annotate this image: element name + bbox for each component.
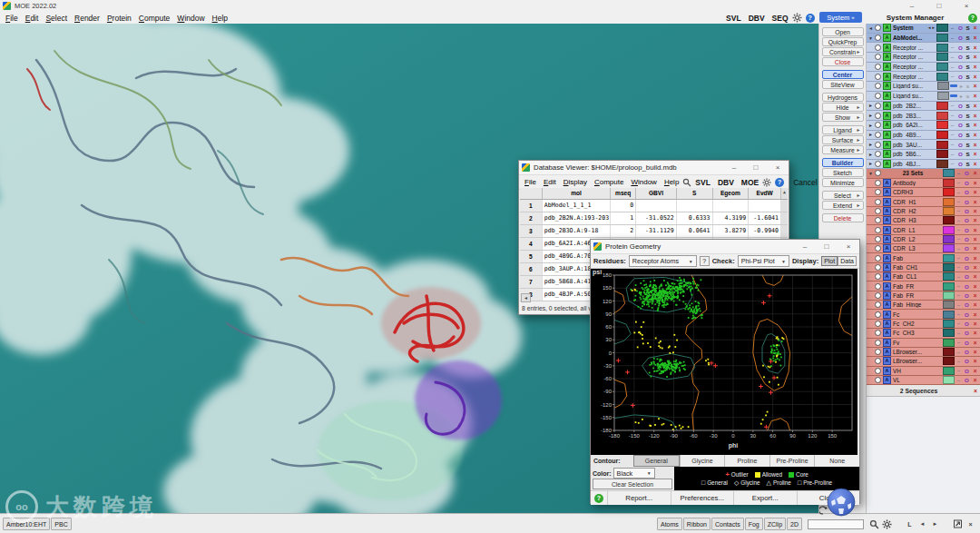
select-radio[interactable]	[875, 199, 881, 205]
side-button-constrain[interactable]: Constrain►	[822, 47, 864, 56]
select-radio[interactable]	[875, 44, 881, 51]
color-swatch[interactable]	[943, 272, 955, 281]
side-button-measure[interactable]: Measure►	[822, 145, 864, 154]
expand-triangle-icon[interactable]: ►	[867, 132, 874, 137]
atoms-badge[interactable]: A	[883, 24, 891, 32]
pg-button-report-[interactable]: Report...	[607, 491, 671, 505]
dash-icon[interactable]: –	[955, 378, 963, 383]
delete-icon[interactable]: ×	[971, 301, 979, 308]
delete-icon[interactable]: ×	[971, 170, 979, 176]
occupancy-toggle[interactable]: O	[963, 301, 971, 308]
select-radio[interactable]	[875, 113, 881, 119]
menu-window[interactable]: Window	[177, 14, 204, 23]
atoms-badge[interactable]: A	[883, 367, 891, 375]
dash-icon[interactable]: –	[955, 236, 963, 242]
dash-icon[interactable]: –	[955, 180, 963, 185]
dash-icon[interactable]: –	[948, 161, 956, 166]
atoms-badge[interactable]: A	[883, 329, 891, 337]
occupancy-toggle[interactable]: O	[963, 321, 971, 327]
surface-toggle[interactable]: S	[965, 142, 971, 148]
select-radio[interactable]	[875, 122, 881, 128]
color-swatch[interactable]	[943, 244, 955, 252]
select-radio[interactable]	[875, 330, 881, 336]
dash-icon[interactable]: –	[955, 292, 963, 298]
button-pbc[interactable]: PBC	[51, 518, 71, 530]
button-2d[interactable]: 2D	[787, 518, 802, 530]
side-button-show[interactable]: Show►	[822, 113, 864, 122]
atoms-badge[interactable]: A	[883, 63, 891, 71]
delete-icon[interactable]: ×	[971, 74, 979, 80]
entity-row[interactable]: AReceptor ...–OS×	[867, 53, 980, 63]
delete-icon[interactable]: ×	[971, 54, 979, 60]
delete-icon[interactable]: ×	[971, 349, 979, 355]
color-swatch[interactable]	[943, 311, 955, 319]
atoms-badge[interactable]: A	[883, 263, 891, 271]
occupancy-toggle[interactable]: O	[963, 208, 971, 214]
system-manager-help-icon[interactable]: ?	[968, 14, 977, 23]
set-row[interactable]: AFv–O×	[867, 339, 980, 348]
occupancy-toggle[interactable]: O	[963, 255, 971, 262]
set-row[interactable]: AFc–O×	[867, 310, 980, 319]
occupancy-toggle[interactable]: O	[956, 35, 965, 41]
atoms-badge[interactable]: A	[883, 339, 891, 347]
select-radio[interactable]	[875, 236, 881, 242]
occupancy-toggle[interactable]: O	[963, 358, 971, 364]
color-swatch[interactable]	[943, 301, 955, 309]
contour-option-pre-proline[interactable]: Pre-Proline	[769, 455, 815, 467]
delete-icon[interactable]: ×	[971, 255, 979, 262]
menu-render[interactable]: Render	[74, 14, 100, 23]
surface-toggle[interactable]: S	[965, 25, 971, 31]
occupancy-toggle[interactable]: O	[963, 377, 971, 383]
dbv-help-icon[interactable]: ?	[775, 178, 784, 187]
color-swatch[interactable]	[936, 150, 948, 158]
side-button-ligand[interactable]: Ligand►	[822, 125, 864, 134]
delete-icon[interactable]: ×	[971, 311, 979, 318]
surface-toggle[interactable]: S	[965, 113, 971, 119]
rotate-icon[interactable]	[819, 507, 826, 514]
menu-compute[interactable]: Compute	[594, 178, 623, 186]
occupancy-toggle[interactable]: O	[963, 245, 971, 252]
atoms-badge[interactable]: A	[883, 44, 891, 52]
color-swatch[interactable]	[943, 254, 955, 262]
atoms-badge[interactable]: A	[883, 348, 891, 356]
dash-icon[interactable]: –	[948, 132, 956, 137]
occupancy-toggle[interactable]: O	[963, 292, 971, 299]
side-button-select[interactable]: Select►	[822, 191, 864, 200]
select-radio[interactable]	[875, 132, 881, 138]
color-swatch[interactable]	[943, 291, 955, 300]
popout-icon[interactable]	[952, 519, 964, 528]
color-swatch[interactable]	[936, 112, 948, 120]
color-swatch[interactable]	[936, 34, 948, 42]
entity-row[interactable]: ►Apdb_4BJ...–OS×	[867, 160, 980, 170]
entity-row[interactable]: ►Apdb_6A2I...–OS×	[867, 121, 980, 131]
set-row[interactable]: AVH–O×	[867, 367, 980, 376]
color-swatch[interactable]	[943, 226, 955, 234]
column-header-mol[interactable]: mol	[543, 188, 611, 199]
atoms-badge[interactable]: A	[883, 226, 891, 234]
entity-row[interactable]: AReceptor ...–OS×	[867, 72, 980, 82]
pg-minimize-button[interactable]: –	[794, 240, 816, 253]
set-row[interactable]: AFab_CL1–O×	[867, 272, 980, 281]
atoms-badge[interactable]: A	[883, 53, 891, 61]
surface-toggle[interactable]: S	[965, 132, 971, 138]
occupancy-toggle[interactable]: O	[956, 25, 965, 31]
help-icon[interactable]: ?	[806, 14, 815, 23]
entity-row[interactable]: ALigand su...►s×	[867, 82, 980, 92]
side-button-hydrogens[interactable]: Hydrogens	[822, 93, 864, 102]
status-search-icon[interactable]	[868, 519, 880, 529]
atoms-badge[interactable]: A	[883, 92, 891, 100]
select-radio[interactable]	[875, 349, 881, 355]
entity-row[interactable]: ►Apdb_2B3...–OS×	[867, 111, 980, 121]
column-header-Egeom[interactable]: Egeom	[713, 188, 750, 199]
color-swatch[interactable]	[943, 188, 955, 196]
occupancy-toggle[interactable]: O	[956, 142, 965, 148]
dash-icon[interactable]: –	[955, 190, 963, 195]
set-row[interactable]: AFab_FR–O×	[867, 281, 980, 291]
surface-toggle[interactable]: S	[965, 151, 971, 157]
select-radio[interactable]	[875, 74, 881, 80]
color-swatch[interactable]	[936, 53, 948, 61]
pg-button-preferences-[interactable]: Preferences...	[671, 491, 734, 505]
check-dropdown[interactable]: Phi-Psi Plot▼	[738, 255, 789, 267]
ligand-bar-icon[interactable]	[950, 84, 957, 87]
select-radio[interactable]	[875, 35, 881, 41]
